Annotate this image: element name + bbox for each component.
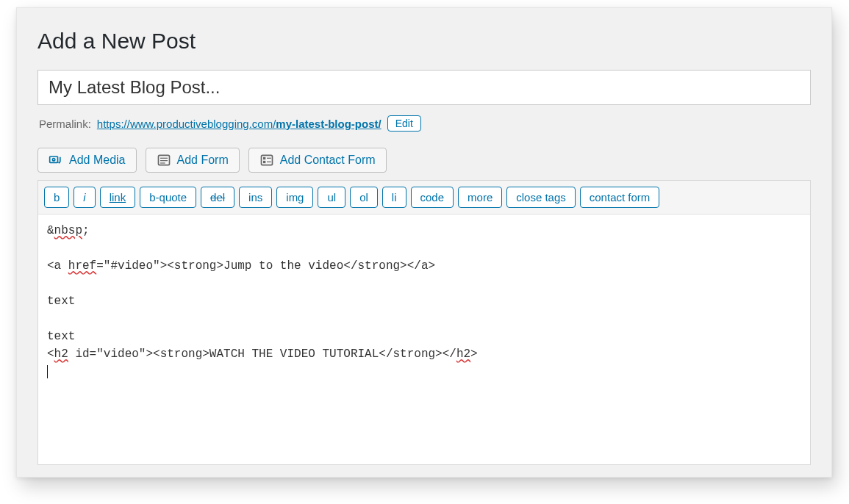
camera-music-icon (49, 153, 63, 168)
add-contact-form-button[interactable]: Add Contact Form (248, 148, 387, 173)
qt-contact-form-button[interactable]: contact form (580, 187, 660, 208)
add-media-button[interactable]: Add Media (37, 148, 137, 173)
editor-line-3: text (47, 295, 75, 308)
post-content-textarea[interactable]: &nbsp; <a href="#video"><strong>Jump to … (38, 215, 810, 464)
qt-del-button[interactable]: del (201, 187, 234, 208)
post-title-input[interactable] (37, 70, 811, 105)
permalink-label: Permalink: (39, 118, 91, 130)
qt-ol-button[interactable]: ol (350, 187, 378, 208)
svg-point-1 (52, 159, 54, 161)
svg-point-2 (58, 162, 60, 164)
svg-rect-6 (160, 162, 165, 163)
qt-italic-button[interactable]: i (74, 187, 95, 208)
qt-link-button[interactable]: link (100, 187, 136, 208)
svg-rect-9 (267, 158, 271, 159)
editor-line-2: <a href="#video"><strong>Jump to the vid… (47, 259, 435, 273)
svg-rect-7 (261, 155, 272, 165)
svg-rect-5 (160, 160, 168, 161)
add-media-label: Add Media (69, 154, 126, 167)
add-form-button[interactable]: Add Form (146, 148, 240, 173)
editor-line-5: <h2 id="video"><strong>WATCH THE VIDEO T… (47, 348, 478, 361)
text-editor: b i link b-quote del ins img ul ol li co… (37, 180, 811, 465)
qt-ins-button[interactable]: ins (239, 187, 272, 208)
svg-rect-11 (267, 162, 271, 162)
editor-panel: Add a New Post Permalink: https://www.pr… (16, 7, 832, 478)
permalink-edit-button[interactable]: Edit (387, 115, 421, 132)
editor-line-1: &nbsp; (47, 224, 90, 237)
svg-rect-10 (263, 161, 265, 163)
qt-close-tags-button[interactable]: close tags (506, 187, 576, 208)
svg-rect-4 (160, 158, 168, 159)
text-caret (47, 365, 48, 378)
qt-ul-button[interactable]: ul (318, 187, 345, 208)
qt-more-button[interactable]: more (458, 187, 502, 208)
permalink-slug: my-latest-blog-post/ (276, 118, 381, 130)
qt-li-button[interactable]: li (382, 187, 406, 208)
add-contact-form-label: Add Contact Form (280, 154, 376, 167)
permalink-base: https://www.productiveblogging.com/ (97, 118, 276, 130)
add-form-label: Add Form (177, 154, 229, 167)
page-title: Add a New Post (37, 29, 811, 54)
permalink-row: Permalink: https://www.productivebloggin… (39, 115, 809, 132)
editor-line-4: text (47, 330, 75, 343)
form-grid-icon (259, 153, 274, 168)
qt-blockquote-button[interactable]: b-quote (140, 187, 196, 208)
qt-bold-button[interactable]: b (44, 187, 69, 208)
quicktags-toolbar: b i link b-quote del ins img ul ol li co… (38, 181, 810, 215)
qt-code-button[interactable]: code (411, 187, 454, 208)
svg-rect-8 (263, 157, 265, 159)
media-buttons-row: Add Media Add Form Add Contact Form (37, 148, 811, 173)
permalink-link[interactable]: https://www.productiveblogging.com/my-la… (97, 118, 381, 130)
form-list-icon (157, 153, 171, 168)
qt-img-button[interactable]: img (276, 187, 313, 208)
svg-rect-0 (50, 156, 58, 162)
